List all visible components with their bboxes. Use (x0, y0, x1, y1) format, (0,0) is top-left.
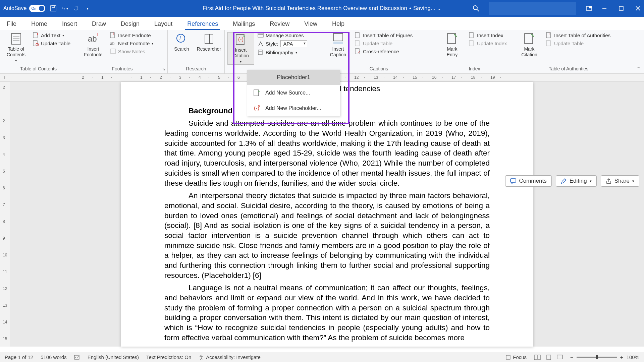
tab-view[interactable]: View (302, 18, 319, 30)
group-label-research: Research (170, 65, 222, 73)
mark-entry-icon (445, 32, 459, 46)
svg-rect-24 (111, 49, 115, 54)
tab-layout[interactable]: Layout (152, 18, 174, 30)
insert-index-button[interactable]: Insert Index (469, 32, 507, 38)
cross-reference-button[interactable]: Cross-reference (355, 48, 413, 54)
zoom-slider[interactable]: − + 100% (570, 354, 639, 360)
citation-placeholder-item[interactable]: Placeholder1 (247, 70, 340, 85)
svg-rect-35 (333, 34, 343, 41)
maximize-icon[interactable] (619, 6, 624, 11)
body-paragraph[interactable]: Language is not a neutral means of commu… (164, 283, 490, 343)
add-new-placeholder-item[interactable]: (-)? Add New Placeholder... (247, 101, 340, 116)
next-footnote-button[interactable]: abNext Footnote▾ (110, 40, 153, 46)
save-icon[interactable] (50, 5, 57, 12)
web-layout-icon[interactable] (557, 355, 563, 360)
text-predictions-status[interactable]: Text Predictions: On (146, 354, 191, 360)
autosave-switch[interactable]: On (29, 5, 45, 12)
group-label-index: Index (439, 65, 510, 73)
insert-endnote-button[interactable]: iInsert Endnote (110, 32, 153, 38)
spellcheck-icon[interactable] (74, 354, 80, 360)
collapse-ribbon-icon[interactable]: ⌃ (636, 66, 641, 72)
mark-citation-button[interactable]: Mark Citation (516, 32, 543, 58)
zoom-out-icon[interactable]: − (570, 354, 573, 360)
ribbon-display-icon[interactable] (586, 5, 592, 12)
read-mode-icon[interactable] (534, 355, 541, 360)
print-layout-icon[interactable] (546, 355, 551, 360)
vertical-ruler[interactable]: 223456789101112131415 (0, 82, 10, 347)
svg-rect-57 (547, 355, 551, 360)
style-combo[interactable]: APA (280, 40, 307, 47)
svg-rect-46 (546, 41, 550, 46)
insert-index-icon (469, 32, 475, 38)
svg-rect-36 (333, 42, 343, 44)
document-viewport[interactable]: First a de 1) suicidal tendencies Backgr… (10, 82, 644, 347)
researcher-icon (202, 32, 216, 46)
show-notes-button: Show Notes (110, 48, 153, 54)
insert-toa-button[interactable]: !Insert Table of Authorities (546, 32, 610, 38)
insert-caption-button[interactable]: Insert Caption (325, 32, 352, 58)
add-placeholder-icon: (-)? (253, 105, 261, 112)
chevron-down-icon[interactable]: ⌄ (437, 6, 441, 11)
document-title[interactable]: First Aid for People With Suicidal Tende… (203, 5, 441, 12)
zoom-thumb[interactable] (596, 355, 598, 359)
footnotes-launcher-icon[interactable]: ↘ (162, 67, 165, 71)
researcher-button[interactable]: Researcher (196, 32, 222, 52)
document-page[interactable]: First a de 1) suicidal tendencies Backgr… (121, 82, 533, 347)
chevron-down-icon: ▾ (590, 179, 592, 183)
update-tof-button: Update Table (355, 40, 413, 46)
update-toc-button[interactable]: Update Table (33, 40, 70, 46)
tab-home[interactable]: Home (29, 18, 49, 30)
svg-text:+: + (36, 32, 39, 37)
add-text-button[interactable]: +Add Text▾ (33, 32, 70, 38)
chevron-down-icon: ▾ (632, 179, 634, 183)
insert-table-of-figures-button[interactable]: Insert Table of Figures (355, 32, 413, 38)
tab-draw[interactable]: Draw (90, 18, 108, 30)
zoom-value[interactable]: 100% (627, 354, 639, 360)
mark-entry-button[interactable]: Mark Entry (439, 32, 466, 58)
svg-line-3 (477, 9, 479, 11)
tab-design[interactable]: Design (119, 18, 142, 30)
tab-help[interactable]: Help (330, 18, 346, 30)
search-button[interactable]: i Search (170, 32, 193, 52)
tab-references[interactable]: References (185, 18, 220, 30)
share-button[interactable]: Share ▾ (601, 175, 639, 187)
comments-button[interactable]: Comments (505, 175, 551, 187)
insert-footnote-button[interactable]: ab1 Insert Footnote (80, 32, 107, 58)
undo-icon[interactable]: ▾ (61, 5, 68, 12)
citation-style-select[interactable]: Style: APA (258, 40, 307, 47)
zoom-in-icon[interactable]: + (620, 354, 623, 360)
svg-rect-38 (355, 41, 359, 46)
tab-insert[interactable]: Insert (60, 18, 79, 30)
word-count[interactable]: 5106 words (41, 354, 67, 360)
svg-rect-1 (52, 6, 55, 7)
tab-selector[interactable]: L (0, 74, 10, 81)
caption-icon (331, 32, 345, 46)
zoom-track[interactable] (577, 357, 617, 358)
add-new-source-item[interactable]: Add New Source... (247, 85, 340, 101)
minimize-icon[interactable] (602, 6, 607, 11)
toa-icon: ! (546, 32, 552, 38)
user-account[interactable] (489, 2, 576, 15)
manage-sources-button[interactable]: Manage Sources (258, 32, 307, 38)
body-paragraph[interactable]: An interpersonal theory dictates that su… (164, 191, 490, 280)
language-status[interactable]: English (United States) (88, 354, 139, 360)
crossref-icon (355, 48, 361, 54)
title-bar: AutoSave On ▾ ▾ First Aid for People Wit… (0, 0, 644, 17)
search-icon[interactable] (472, 5, 480, 12)
svg-text:ab: ab (88, 34, 97, 43)
close-icon[interactable] (635, 6, 641, 11)
tab-file[interactable]: File (5, 18, 18, 30)
accessibility-status[interactable]: Accessibility: Investigate (199, 354, 261, 360)
focus-mode-button[interactable]: Focus (505, 354, 527, 360)
editing-mode-button[interactable]: Editing ▾ (556, 175, 597, 187)
page-count[interactable]: Page 1 of 12 (5, 354, 33, 360)
table-of-contents-button[interactable]: Table of Contents▾ (3, 32, 30, 63)
tab-review[interactable]: Review (268, 18, 291, 30)
tab-mailings[interactable]: Mailings (231, 18, 257, 30)
insert-citation-button[interactable]: (-) Insert Citation▾ (227, 32, 254, 65)
autosave-toggle[interactable]: AutoSave On (3, 5, 45, 12)
bibliography-button[interactable]: Bibliography▾ (258, 49, 307, 55)
qat-customize-icon[interactable]: ▾ (84, 5, 91, 12)
body-paragraph[interactable]: Suicide and attempted suicides are an al… (164, 118, 490, 188)
svg-rect-28 (210, 34, 213, 44)
